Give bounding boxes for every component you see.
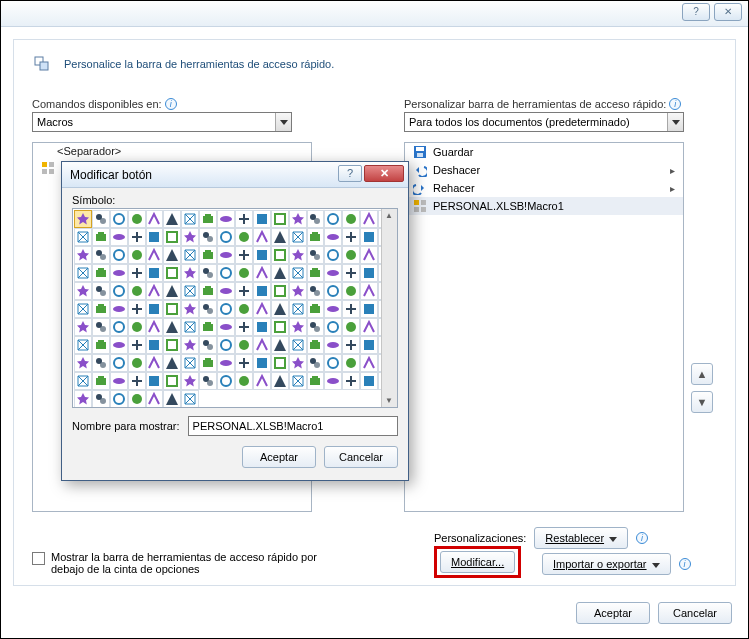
symbol-cell[interactable]	[289, 336, 307, 354]
symbol-cell[interactable]	[128, 300, 146, 318]
symbol-cell[interactable]	[253, 246, 271, 264]
symbol-cell[interactable]	[128, 264, 146, 282]
target-combo[interactable]: Para todos los documentos (predeterminad…	[404, 112, 684, 132]
symbol-cell[interactable]	[74, 354, 92, 372]
symbol-cell[interactable]	[74, 336, 92, 354]
symbol-cell[interactable]	[146, 246, 164, 264]
symbol-cell[interactable]	[217, 336, 235, 354]
symbol-cell[interactable]	[271, 246, 289, 264]
symbol-cell[interactable]	[146, 228, 164, 246]
symbol-cell[interactable]	[163, 300, 181, 318]
symbol-cell[interactable]	[110, 246, 128, 264]
symbol-cell[interactable]	[289, 210, 307, 228]
list-item[interactable]: Rehacer ▸	[405, 179, 683, 197]
outer-help-button[interactable]: ?	[682, 3, 710, 21]
symbol-cell[interactable]	[360, 336, 378, 354]
symbol-cell[interactable]	[253, 372, 271, 390]
symbol-cell[interactable]	[324, 300, 342, 318]
symbol-cell[interactable]	[181, 336, 199, 354]
show-below-ribbon-checkbox[interactable]	[32, 552, 45, 565]
symbol-cell[interactable]	[360, 354, 378, 372]
symbol-cell[interactable]	[307, 228, 325, 246]
symbol-cell[interactable]	[163, 336, 181, 354]
accept-button[interactable]: Aceptar	[576, 602, 650, 624]
symbol-cell[interactable]	[342, 246, 360, 264]
symbol-cell[interactable]	[324, 354, 342, 372]
symbol-cell[interactable]	[163, 246, 181, 264]
symbol-cell[interactable]	[92, 318, 110, 336]
symbol-cell[interactable]	[128, 336, 146, 354]
symbol-cell[interactable]	[342, 210, 360, 228]
symbol-cell[interactable]	[110, 390, 128, 408]
symbol-cell[interactable]	[110, 336, 128, 354]
symbol-cell[interactable]	[92, 372, 110, 390]
symbol-cell[interactable]	[146, 264, 164, 282]
symbol-cell[interactable]	[181, 354, 199, 372]
symbol-cell[interactable]	[235, 228, 253, 246]
symbol-cell[interactable]	[342, 336, 360, 354]
symbol-cell[interactable]	[74, 210, 92, 228]
symbol-cell[interactable]	[74, 372, 92, 390]
symbol-cell[interactable]	[128, 318, 146, 336]
help-icon[interactable]: i	[636, 532, 648, 544]
symbol-cell[interactable]	[271, 336, 289, 354]
help-icon[interactable]: i	[165, 98, 177, 110]
symbol-cell[interactable]	[146, 390, 164, 408]
symbol-cell[interactable]	[128, 372, 146, 390]
symbol-cell[interactable]	[199, 282, 217, 300]
symbol-cell[interactable]	[217, 318, 235, 336]
symbol-cell[interactable]	[199, 264, 217, 282]
symbol-cell[interactable]	[235, 210, 253, 228]
symbol-cell[interactable]	[307, 210, 325, 228]
symbol-cell[interactable]	[271, 210, 289, 228]
symbol-cell[interactable]	[146, 372, 164, 390]
symbol-cell[interactable]	[253, 336, 271, 354]
symbol-cell[interactable]	[360, 318, 378, 336]
symbol-cell[interactable]	[289, 246, 307, 264]
symbol-cell[interactable]	[360, 372, 378, 390]
symbol-cell[interactable]	[146, 318, 164, 336]
symbol-cell[interactable]	[92, 354, 110, 372]
symbol-cell[interactable]	[342, 264, 360, 282]
separator-item[interactable]: <Separador>	[33, 143, 311, 159]
symbol-cell[interactable]	[307, 318, 325, 336]
symbol-cell[interactable]	[271, 354, 289, 372]
symbol-cell[interactable]	[253, 264, 271, 282]
symbol-cell[interactable]	[110, 372, 128, 390]
symbol-cell[interactable]	[217, 300, 235, 318]
symbol-cell[interactable]	[289, 354, 307, 372]
symbol-cell[interactable]	[199, 228, 217, 246]
symbol-cell[interactable]	[146, 300, 164, 318]
symbol-cell[interactable]	[128, 210, 146, 228]
symbol-cell[interactable]	[271, 372, 289, 390]
symbol-cell[interactable]	[128, 390, 146, 408]
symbol-cell[interactable]	[74, 246, 92, 264]
symbol-cell[interactable]	[74, 228, 92, 246]
symbol-cell[interactable]	[307, 300, 325, 318]
symbol-cell[interactable]	[253, 210, 271, 228]
symbol-cell[interactable]	[110, 228, 128, 246]
symbol-cell[interactable]	[253, 354, 271, 372]
symbol-cell[interactable]	[163, 354, 181, 372]
symbol-cell[interactable]	[235, 336, 253, 354]
symbol-cell[interactable]	[289, 264, 307, 282]
symbol-cell[interactable]	[181, 390, 199, 408]
symbol-cell[interactable]	[342, 282, 360, 300]
symbol-cell[interactable]	[217, 210, 235, 228]
symbol-cell[interactable]	[181, 246, 199, 264]
symbol-cell[interactable]	[110, 354, 128, 372]
symbol-cell[interactable]	[324, 264, 342, 282]
symbol-cell[interactable]	[92, 210, 110, 228]
list-item[interactable]: Guardar	[405, 143, 683, 161]
chevron-down-icon[interactable]	[667, 113, 683, 131]
symbol-cell[interactable]	[92, 390, 110, 408]
symbol-cell[interactable]	[163, 372, 181, 390]
reset-button[interactable]: Restablecer	[534, 527, 628, 549]
symbol-cell[interactable]	[342, 318, 360, 336]
symbol-cell[interactable]	[199, 318, 217, 336]
symbol-cell[interactable]	[181, 318, 199, 336]
symbol-cell[interactable]	[146, 336, 164, 354]
list-item[interactable]: Deshacer ▸	[405, 161, 683, 179]
symbol-cell[interactable]	[324, 246, 342, 264]
symbol-cell[interactable]	[74, 390, 92, 408]
